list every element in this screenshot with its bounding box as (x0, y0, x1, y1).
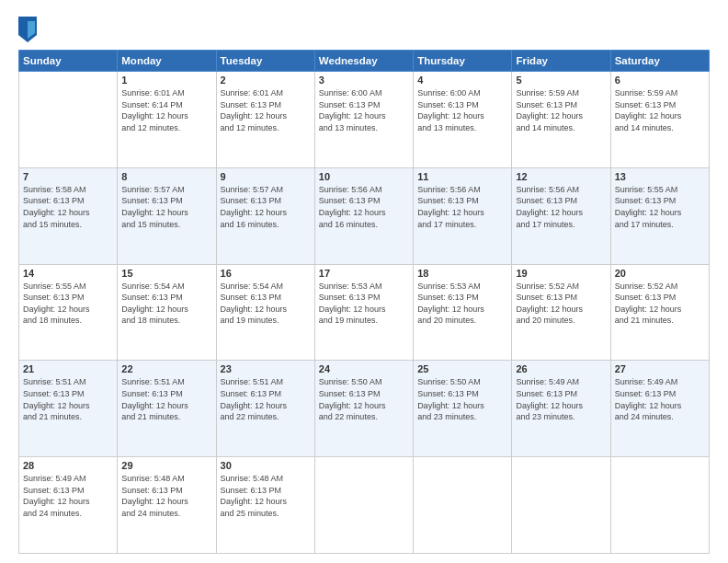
calendar-day-header: Friday (512, 51, 610, 72)
calendar-table: SundayMondayTuesdayWednesdayThursdayFrid… (18, 50, 710, 554)
calendar-cell: 26Sunrise: 5:49 AM Sunset: 6:13 PM Dayli… (512, 361, 610, 457)
day-number: 27 (615, 363, 705, 374)
calendar-cell: 1Sunrise: 6:01 AM Sunset: 6:14 PM Daylig… (118, 72, 216, 168)
calendar-cell: 2Sunrise: 6:01 AM Sunset: 6:13 PM Daylig… (216, 72, 314, 168)
day-number: 4 (417, 75, 507, 86)
day-number: 20 (615, 268, 705, 279)
calendar-week-row: 21Sunrise: 5:51 AM Sunset: 6:13 PM Dayli… (19, 361, 710, 457)
calendar-cell: 10Sunrise: 5:56 AM Sunset: 6:13 PM Dayli… (314, 167, 413, 264)
day-info: Sunrise: 5:51 AM Sunset: 6:13 PM Dayligh… (221, 376, 311, 422)
day-info: Sunrise: 5:49 AM Sunset: 6:13 PM Dayligh… (23, 473, 113, 519)
calendar-cell: 7Sunrise: 5:58 AM Sunset: 6:13 PM Daylig… (19, 167, 118, 264)
calendar-cell (610, 457, 709, 554)
calendar-week-row: 14Sunrise: 5:55 AM Sunset: 6:13 PM Dayli… (19, 264, 710, 361)
header (18, 17, 710, 42)
calendar-week-row: 1Sunrise: 6:01 AM Sunset: 6:14 PM Daylig… (19, 72, 710, 168)
day-info: Sunrise: 5:50 AM Sunset: 6:13 PM Dayligh… (417, 376, 507, 422)
calendar-cell: 19Sunrise: 5:52 AM Sunset: 6:13 PM Dayli… (512, 264, 610, 361)
calendar-cell: 8Sunrise: 5:57 AM Sunset: 6:13 PM Daylig… (118, 167, 216, 264)
calendar-cell: 28Sunrise: 5:49 AM Sunset: 6:13 PM Dayli… (19, 457, 118, 554)
calendar-cell: 12Sunrise: 5:56 AM Sunset: 6:13 PM Dayli… (512, 167, 610, 264)
day-info: Sunrise: 5:51 AM Sunset: 6:13 PM Dayligh… (121, 376, 211, 422)
day-info: Sunrise: 5:55 AM Sunset: 6:13 PM Dayligh… (615, 184, 705, 230)
day-number: 6 (615, 75, 705, 86)
calendar-cell: 9Sunrise: 5:57 AM Sunset: 6:13 PM Daylig… (216, 167, 314, 264)
day-number: 8 (121, 171, 211, 182)
calendar-cell: 4Sunrise: 6:00 AM Sunset: 6:13 PM Daylig… (414, 72, 512, 168)
day-number: 21 (23, 363, 113, 374)
calendar-day-header: Wednesday (314, 51, 413, 72)
calendar-cell: 15Sunrise: 5:54 AM Sunset: 6:13 PM Dayli… (118, 264, 216, 361)
day-number: 23 (221, 363, 311, 374)
day-number: 9 (221, 171, 311, 182)
day-info: Sunrise: 5:50 AM Sunset: 6:13 PM Dayligh… (319, 376, 409, 422)
day-info: Sunrise: 5:59 AM Sunset: 6:13 PM Dayligh… (516, 87, 606, 133)
calendar-cell: 3Sunrise: 6:00 AM Sunset: 6:13 PM Daylig… (314, 72, 413, 168)
day-info: Sunrise: 6:00 AM Sunset: 6:13 PM Dayligh… (417, 87, 507, 133)
calendar-week-row: 7Sunrise: 5:58 AM Sunset: 6:13 PM Daylig… (19, 167, 710, 264)
day-number: 26 (516, 363, 606, 374)
calendar-day-header: Tuesday (216, 51, 314, 72)
day-number: 2 (221, 75, 311, 86)
calendar-cell: 30Sunrise: 5:48 AM Sunset: 6:13 PM Dayli… (216, 457, 314, 554)
day-info: Sunrise: 5:54 AM Sunset: 6:13 PM Dayligh… (221, 281, 311, 327)
calendar-cell: 16Sunrise: 5:54 AM Sunset: 6:13 PM Dayli… (216, 264, 314, 361)
calendar-cell: 22Sunrise: 5:51 AM Sunset: 6:13 PM Dayli… (118, 361, 216, 457)
calendar-day-header: Thursday (414, 51, 512, 72)
day-info: Sunrise: 5:58 AM Sunset: 6:13 PM Dayligh… (23, 184, 113, 230)
day-info: Sunrise: 5:57 AM Sunset: 6:13 PM Dayligh… (221, 184, 311, 230)
day-info: Sunrise: 5:51 AM Sunset: 6:13 PM Dayligh… (23, 376, 113, 422)
day-number: 30 (221, 460, 311, 471)
calendar-cell: 23Sunrise: 5:51 AM Sunset: 6:13 PM Dayli… (216, 361, 314, 457)
logo-icon (18, 17, 37, 42)
day-number: 7 (23, 171, 113, 182)
day-number: 25 (417, 363, 507, 374)
day-info: Sunrise: 6:00 AM Sunset: 6:13 PM Dayligh… (319, 87, 409, 133)
calendar-cell (512, 457, 610, 554)
calendar-day-header: Monday (118, 51, 216, 72)
day-info: Sunrise: 5:52 AM Sunset: 6:13 PM Dayligh… (615, 281, 705, 327)
calendar-cell: 5Sunrise: 5:59 AM Sunset: 6:13 PM Daylig… (512, 72, 610, 168)
calendar-cell: 11Sunrise: 5:56 AM Sunset: 6:13 PM Dayli… (414, 167, 512, 264)
calendar-cell: 18Sunrise: 5:53 AM Sunset: 6:13 PM Dayli… (414, 264, 512, 361)
calendar-day-header: Sunday (19, 51, 118, 72)
logo (18, 17, 40, 42)
day-number: 19 (516, 268, 606, 279)
day-info: Sunrise: 5:55 AM Sunset: 6:13 PM Dayligh… (23, 281, 113, 327)
day-info: Sunrise: 5:52 AM Sunset: 6:13 PM Dayligh… (516, 281, 606, 327)
day-number: 24 (319, 363, 409, 374)
day-info: Sunrise: 5:53 AM Sunset: 6:13 PM Dayligh… (417, 281, 507, 327)
day-info: Sunrise: 5:56 AM Sunset: 6:13 PM Dayligh… (319, 184, 409, 230)
calendar-cell: 6Sunrise: 5:59 AM Sunset: 6:13 PM Daylig… (610, 72, 709, 168)
calendar-cell (414, 457, 512, 554)
calendar-cell: 14Sunrise: 5:55 AM Sunset: 6:13 PM Dayli… (19, 264, 118, 361)
calendar-cell: 20Sunrise: 5:52 AM Sunset: 6:13 PM Dayli… (610, 264, 709, 361)
day-info: Sunrise: 5:48 AM Sunset: 6:13 PM Dayligh… (121, 473, 211, 519)
calendar-cell (314, 457, 413, 554)
day-number: 22 (121, 363, 211, 374)
day-number: 16 (221, 268, 311, 279)
calendar-cell: 25Sunrise: 5:50 AM Sunset: 6:13 PM Dayli… (414, 361, 512, 457)
day-number: 15 (121, 268, 211, 279)
day-info: Sunrise: 5:59 AM Sunset: 6:13 PM Dayligh… (615, 87, 705, 133)
day-number: 11 (417, 171, 507, 182)
calendar-cell: 21Sunrise: 5:51 AM Sunset: 6:13 PM Dayli… (19, 361, 118, 457)
day-number: 5 (516, 75, 606, 86)
day-number: 29 (121, 460, 211, 471)
calendar-header-row: SundayMondayTuesdayWednesdayThursdayFrid… (19, 51, 710, 72)
calendar-day-header: Saturday (610, 51, 709, 72)
day-info: Sunrise: 6:01 AM Sunset: 6:14 PM Dayligh… (121, 87, 211, 133)
day-number: 17 (319, 268, 409, 279)
day-number: 10 (319, 171, 409, 182)
day-info: Sunrise: 5:56 AM Sunset: 6:13 PM Dayligh… (516, 184, 606, 230)
day-number: 18 (417, 268, 507, 279)
calendar-cell: 27Sunrise: 5:49 AM Sunset: 6:13 PM Dayli… (610, 361, 709, 457)
calendar-cell: 13Sunrise: 5:55 AM Sunset: 6:13 PM Dayli… (610, 167, 709, 264)
day-number: 13 (615, 171, 705, 182)
page: SundayMondayTuesdayWednesdayThursdayFrid… (0, 0, 728, 563)
day-number: 28 (23, 460, 113, 471)
calendar-week-row: 28Sunrise: 5:49 AM Sunset: 6:13 PM Dayli… (19, 457, 710, 554)
day-info: Sunrise: 5:56 AM Sunset: 6:13 PM Dayligh… (417, 184, 507, 230)
day-number: 1 (121, 75, 211, 86)
day-info: Sunrise: 5:49 AM Sunset: 6:13 PM Dayligh… (516, 376, 606, 422)
